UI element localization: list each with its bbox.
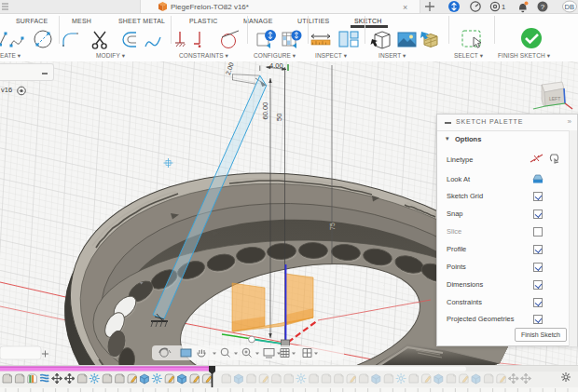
svg-text:LEFT: LEFT bbox=[549, 96, 560, 101]
svg-text:4.00: 4.00 bbox=[269, 61, 283, 70]
svg-text:60.00: 60.00 bbox=[261, 102, 269, 120]
svg-text:75: 75 bbox=[329, 223, 336, 230]
svg-text:50: 50 bbox=[275, 114, 283, 121]
svg-text:PiegeFrelon-TO82 v16*: PiegeFrelon-TO82 v16* bbox=[171, 3, 249, 11]
svg-text:1: 1 bbox=[502, 3, 505, 11]
svg-text:×: × bbox=[403, 3, 407, 12]
svg-text:?: ? bbox=[541, 3, 545, 11]
svg-text:DB: DB bbox=[565, 3, 574, 11]
